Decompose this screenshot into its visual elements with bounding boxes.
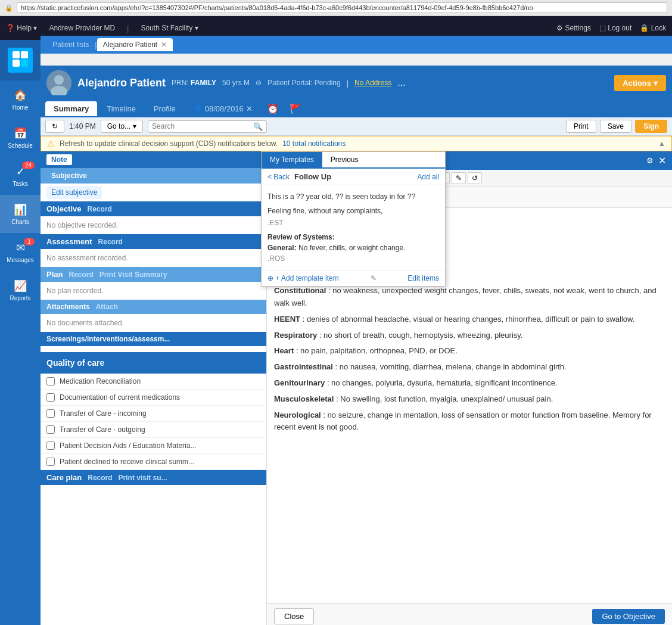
note-close-icon[interactable]: ✕ [658,155,666,166]
quality-checkbox-3[interactable] [46,425,55,434]
print-button[interactable]: Print [566,120,596,133]
notification-count[interactable]: 10 total notifications [282,139,346,148]
quality-item-3: Transfer of Care - outgoing [41,422,266,438]
clock-icon[interactable]: ⏰ [262,100,284,117]
quality-item-1: Documentation of current medications [41,390,266,406]
sidebar-item-charts[interactable]: 📊 Charts [0,195,41,233]
search-box: 🔍 [148,120,267,133]
svg-rect-0 [13,51,20,58]
patient-avatar [46,70,71,95]
quality-checkbox-4[interactable] [46,441,55,450]
plan-content: No plan recorded. [41,282,266,300]
heart-label: Heart [274,346,294,355]
heent-text: : denies of abnormal headache, visual or… [303,315,635,324]
heart-text: : no pain, palpitation, orthopnea, PND, … [296,346,458,355]
tab-encounter[interactable]: 👤 08/08/2016 ✕ [185,101,261,116]
messages-icon: ✉ [16,241,25,254]
gu-label: Genitourinary [274,378,325,387]
settings-link[interactable]: ⚙ Settings [556,24,591,32]
record-care-link[interactable]: Record [88,474,112,482]
constitutional-text: : no weakness, unexpected weight changes… [274,286,657,307]
sidebar-item-reports[interactable]: 📈 Reports [0,271,41,309]
notification-text: Refresh to update clinical decision supp… [60,139,278,148]
tab-timeline[interactable]: Timeline [98,101,144,116]
patient-tab[interactable]: Alejandro Patient ✕ [97,40,173,51]
quality-checkbox-0[interactable] [46,377,55,385]
sidebar-item-schedule[interactable]: 📅 Schedule [0,119,41,157]
close-button[interactable]: Close [274,608,314,624]
patient-name: Alejandro Patient [77,77,166,89]
care-plan-header: Care plan Record Print visit su... [41,470,266,485]
toolbar-right: Print Save Sign [566,120,667,133]
edit-items-button[interactable]: Edit items [407,274,439,282]
attachments-header: Attachments Attach [41,300,266,314]
sidebar-item-tasks[interactable]: ✓ Tasks 24 [0,157,41,195]
pencil-button[interactable]: ✎ [452,172,466,184]
add-template-item-button[interactable]: ⊕ + Add template item [267,274,339,282]
gu-text: : no changes, polyuria, dysuria, hematur… [327,378,558,387]
record-assessment-link[interactable]: Record [98,238,123,246]
tmpl-line-est: .EST [267,217,439,228]
lock-link[interactable]: 🔒 Lock [640,24,666,32]
quality-checkbox-2[interactable] [46,409,55,418]
template-back-button[interactable]: < Back [267,173,290,181]
attach-link[interactable]: Attach [96,303,118,311]
more-options[interactable]: ... [397,77,405,88]
tab-my-templates[interactable]: My Templates [262,152,322,167]
record-objective-link[interactable]: Record [88,205,112,213]
note-settings-icon[interactable]: ⚙ [646,156,654,165]
tab-summary[interactable]: Summary [45,101,97,116]
edit-subjective-link[interactable]: Edit subjective [46,186,102,199]
quality-item-5: Patient declined to receive clinical sum… [41,454,266,470]
encounter-tab-close[interactable]: ✕ [246,104,253,113]
tasks-badge: 24 [22,161,35,169]
add-all-button[interactable]: Add all [417,173,439,181]
goto-dropdown[interactable]: Go to... ▾ [101,120,143,133]
tab-profile[interactable]: Profile [145,101,184,116]
no-address-link[interactable]: No Address [354,79,391,87]
browser-url[interactable]: https://static.practicefusion.com/apps/e… [17,2,667,13]
tmpl-general: General: No fever, chills, or weight cha… [267,242,439,253]
logo-icon [11,50,29,71]
patient-lists-tab[interactable]: Patient lists [46,41,95,49]
actions-button[interactable]: Actions ▾ [614,75,666,91]
browser-bar: 🔒 https://static.practicefusion.com/apps… [0,0,672,16]
quality-item-0: Medication Reconciliation [41,374,266,390]
main-content: Patient lists | Alejandro Patient ✕ Alej… [41,40,672,625]
tab-close-icon[interactable]: ✕ [161,41,167,49]
assessment-content: No assessment recorded. [41,249,266,267]
home-icon: 🏠 [14,89,27,102]
neuro-label: Neurological [274,411,321,419]
record-plan-link[interactable]: Record [69,270,93,279]
help-link[interactable]: ❓ Help ▾ [6,24,37,32]
schedule-icon: 📅 [14,127,27,140]
sidebar: 🏠 Home 📅 Schedule ✓ Tasks 24 📊 Charts ✉ … [0,40,41,625]
print-visit-su-link[interactable]: Print visit su... [119,474,167,482]
respiratory-text: : no short of breath, cough, hemoptysis,… [319,331,523,340]
sidebar-item-messages[interactable]: ✉ Messages 1 [0,233,41,271]
notif-scroll-up[interactable]: ▲ [658,139,665,148]
musculo-text: : No swelling, lost function, myalgia, u… [336,394,553,403]
save-button[interactable]: Save [600,120,631,133]
undo-button[interactable]: ↺ [468,172,482,184]
logout-link[interactable]: ⬚ Log out [599,24,631,32]
search-input[interactable] [152,122,251,130]
search-icon[interactable]: 🔍 [253,122,263,131]
print-visit-summary-link[interactable]: Print Visit Summary [99,270,167,279]
sign-button[interactable]: Sign [635,120,667,133]
svg-rect-1 [21,51,28,58]
quality-item-4: Patient Decision Aids / Education Materi… [41,438,266,454]
provider-name: Andrew Provider MD [49,24,115,32]
quality-checkbox-1[interactable] [46,393,55,402]
browser-lock-icon: 🔒 [5,4,13,12]
go-to-objective-button[interactable]: Go to Objective [592,609,665,624]
facility-link[interactable]: South St Facility ▾ [141,24,198,32]
objective-content: No objective recorded. [41,216,266,234]
sidebar-item-home[interactable]: 🏠 Home [0,80,41,119]
quality-checkbox-5[interactable] [46,458,55,466]
refresh-button[interactable]: ↻ [45,120,64,133]
sidebar-logo [0,40,41,80]
respiratory-label: Respiratory [274,331,317,340]
tab-previous[interactable]: Previous [322,152,367,167]
flag-icon[interactable]: 🚩 [285,100,306,117]
